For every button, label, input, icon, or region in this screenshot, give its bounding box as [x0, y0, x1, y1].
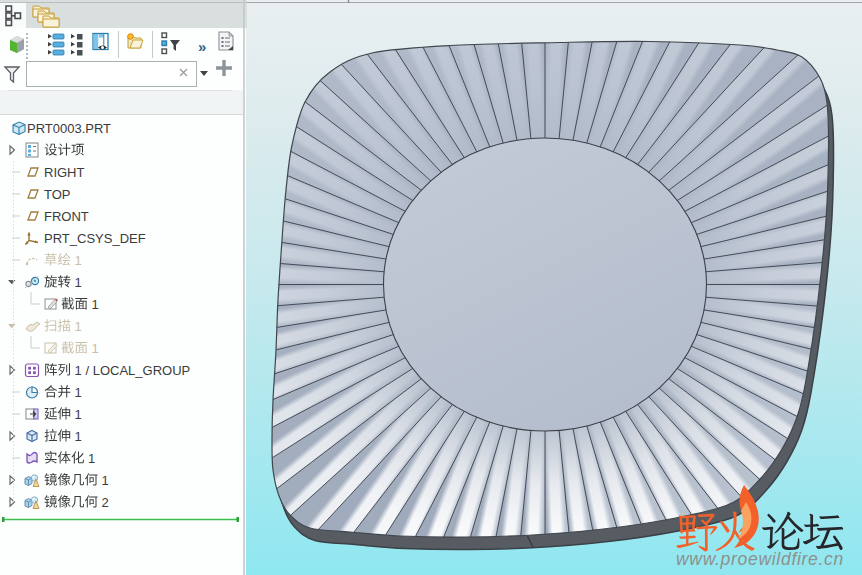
svg-text:1: 1	[71, 429, 82, 444]
svg-text:1: 1	[88, 341, 99, 356]
svg-text:RIGHT: RIGHT	[44, 165, 85, 180]
svg-text:PRT0003.PRT: PRT0003.PRT	[27, 121, 111, 136]
svg-text:PRT_CSYS_DEF: PRT_CSYS_DEF	[44, 231, 146, 246]
svg-text:1: 1	[71, 407, 82, 422]
svg-text:FRONT: FRONT	[44, 209, 89, 224]
svg-text:TOP: TOP	[44, 187, 71, 202]
svg-text:www.proewildfire.cn: www.proewildfire.cn	[676, 549, 844, 569]
svg-text:1: 1	[85, 451, 96, 466]
svg-text:»: »	[198, 38, 206, 55]
svg-text:1: 1	[71, 253, 82, 268]
svg-text:1 / LOCAL_GROUP: 1 / LOCAL_GROUP	[71, 363, 190, 378]
svg-text:1: 1	[71, 385, 82, 400]
svg-text:1: 1	[71, 319, 82, 334]
svg-text:1: 1	[98, 473, 109, 488]
svg-text:1: 1	[88, 297, 99, 312]
svg-text:1: 1	[71, 275, 82, 290]
svg-text:2: 2	[98, 495, 109, 510]
